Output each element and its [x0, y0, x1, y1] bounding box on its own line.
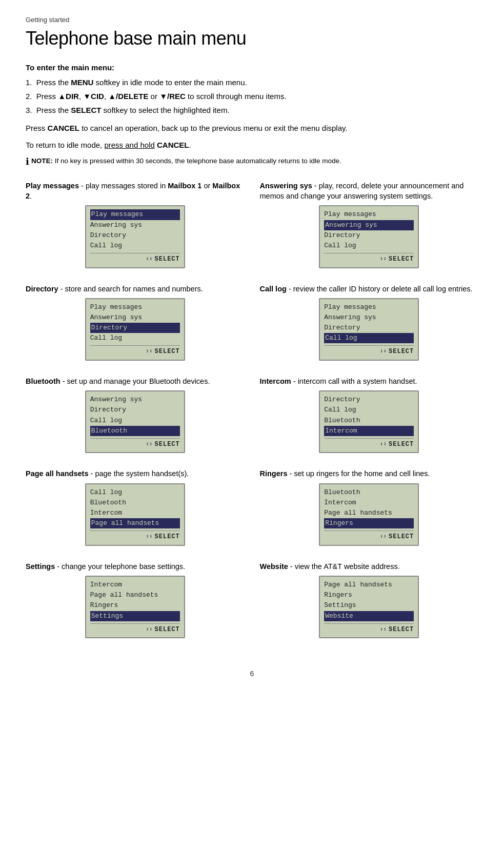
- lcd-settings: Intercom Page all handsets Ringers Setti…: [85, 576, 185, 638]
- intro-heading: To enter the main menu:: [26, 62, 478, 73]
- menu-section-answering-sys: Answering sys - play, record, delete you…: [260, 181, 479, 270]
- scroll-arrow-icon: ⬆⬇: [380, 533, 387, 541]
- menu-section-ringers: Ringers - set up ringers for the home an…: [260, 468, 479, 547]
- menu-section-bluetooth: Bluetooth - set up and manage your Bluet…: [26, 376, 245, 455]
- page-title: Telephone base main menu: [26, 26, 478, 51]
- scroll-arrow-icon: ⬆⬇: [146, 625, 152, 634]
- scroll-arrow-icon: ⬆⬇: [146, 255, 152, 264]
- menu-section-page-all-handsets: Page all handsets - page the system hand…: [26, 468, 245, 547]
- menu-section-settings: Settings - change your telephone base se…: [26, 561, 245, 640]
- getting-started-label: Getting started: [26, 15, 478, 25]
- lcd-directory: Play messages Answering sys Directory Ca…: [85, 298, 185, 361]
- menu-section-call-log: Call log - review the caller ID history …: [260, 284, 479, 363]
- menu-sections-grid: Play messages - play messages stored in …: [26, 181, 478, 654]
- lcd-page-all-handsets: Call log Bluetooth Intercom Page all han…: [85, 483, 185, 546]
- step-2: 2. Press ▲DIR, ▼CID, ▲/DELETE or ▼/REC t…: [26, 91, 478, 102]
- lcd-intercom: Directory Call log Bluetooth Intercom ⬆⬇…: [319, 390, 419, 453]
- lcd-call-log: Play messages Answering sys Directory Ca…: [319, 298, 419, 361]
- lcd-website: Page all handsets Ringers Settings Websi…: [319, 576, 419, 638]
- info-icon: ℹ: [26, 155, 29, 168]
- lcd-play-messages: Play messages Answering sys Directory Ca…: [85, 205, 185, 268]
- cancel-para: Press CANCEL to cancel an operation, bac…: [26, 123, 478, 133]
- lcd-answering-sys: Play messages Answering sys Directory Ca…: [319, 205, 419, 268]
- menu-section-intercom: Intercom - intercom call with a system h…: [260, 376, 479, 455]
- menu-section-website: Website - view the AT&T website address.…: [260, 561, 479, 640]
- menu-section-play-messages: Play messages - play messages stored in …: [26, 181, 245, 270]
- scroll-arrow-icon: ⬆⬇: [380, 347, 387, 356]
- scroll-arrow-icon: ⬆⬇: [146, 533, 152, 541]
- step-1: 1. Press the MENU softkey in idle mode t…: [26, 77, 478, 88]
- steps-list: 1. Press the MENU softkey in idle mode t…: [26, 77, 478, 115]
- scroll-arrow-icon: ⬆⬇: [146, 440, 152, 449]
- page-number: 6: [26, 669, 478, 679]
- lcd-bluetooth: Answering sys Directory Call log Bluetoo…: [85, 390, 185, 453]
- menu-section-directory: Directory - store and search for names a…: [26, 284, 245, 363]
- scroll-arrow-icon: ⬆⬇: [380, 255, 387, 264]
- intro-section: To enter the main menu: 1. Press the MEN…: [26, 62, 478, 168]
- note-section: ℹ NOTE: If no key is pressed within 30 s…: [26, 156, 478, 168]
- scroll-arrow-icon: ⬆⬇: [380, 440, 387, 449]
- step-3: 3. Press the SELECT softkey to select th…: [26, 105, 478, 115]
- lcd-ringers: Bluetooth Intercom Page all handsets Rin…: [319, 483, 419, 546]
- scroll-arrow-icon: ⬆⬇: [146, 347, 152, 356]
- return-para: To return to idle mode, press and hold C…: [26, 140, 478, 150]
- scroll-arrow-icon: ⬆⬇: [380, 625, 387, 634]
